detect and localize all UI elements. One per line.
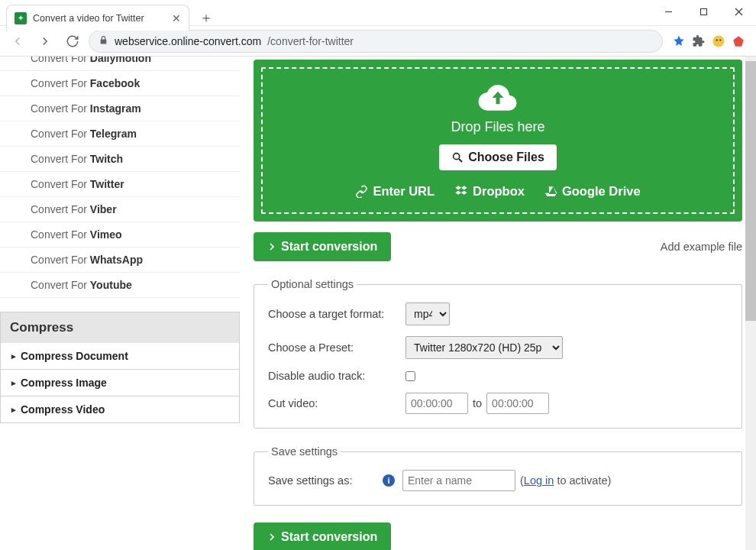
nav-back-button[interactable] xyxy=(6,30,29,53)
scrollbar-track[interactable] xyxy=(745,57,756,550)
sidebar-item-instagram[interactable]: Convert For Instagram xyxy=(0,96,240,121)
sidebar-item-vimeo[interactable]: Convert For Vimeo xyxy=(0,222,240,247)
chevron-right-icon xyxy=(267,532,276,542)
enter-url-button[interactable]: Enter URL xyxy=(355,184,435,199)
cut-video-label: Cut video: xyxy=(268,397,405,409)
favicon-icon: ✦ xyxy=(15,12,27,24)
window-close-button[interactable] xyxy=(721,0,756,23)
chevron-right-icon xyxy=(267,242,276,251)
search-icon xyxy=(451,151,464,163)
scrollbar-thumb[interactable] xyxy=(745,61,756,321)
dropbox-button[interactable]: Dropbox xyxy=(454,184,525,199)
address-bar[interactable]: webservice.online-convert.com/convert-fo… xyxy=(89,30,663,53)
chevron-right-icon: ▸ xyxy=(11,351,16,361)
dropzone[interactable]: Drop Files here Choose Files Enter URL D… xyxy=(254,60,742,222)
dropzone-text: Drop Files here xyxy=(451,119,544,135)
save-settings-fieldset: Save settings Save settings as: i (Log i… xyxy=(254,445,742,506)
optional-settings-legend: Optional settings xyxy=(268,278,357,290)
save-as-label: Save settings as: xyxy=(268,474,383,487)
extension-red-icon[interactable] xyxy=(732,34,745,48)
sidebar-compress-document[interactable]: ▸Compress Document xyxy=(0,343,240,370)
chevron-right-icon: ▸ xyxy=(11,405,16,415)
preset-label: Choose a Preset: xyxy=(268,341,405,354)
save-name-input[interactable] xyxy=(402,470,515,491)
dropbox-icon xyxy=(454,185,468,199)
sidebar-item-facebook[interactable]: Convert For Facebook xyxy=(0,71,240,96)
cut-from-input[interactable] xyxy=(405,393,468,414)
lock-icon xyxy=(99,35,108,47)
svg-point-5 xyxy=(716,39,718,40)
svg-point-6 xyxy=(719,39,721,40)
sidebar-compress-video[interactable]: ▸Compress Video xyxy=(0,396,240,423)
url-path: /convert-for-twitter xyxy=(267,35,354,47)
bookmark-star-icon[interactable] xyxy=(672,34,686,48)
link-icon xyxy=(355,185,368,198)
start-conversion-button-top[interactable]: Start conversion xyxy=(254,232,391,261)
info-icon[interactable]: i xyxy=(383,474,395,487)
new-tab-button[interactable]: ＋ xyxy=(195,7,217,28)
google-drive-icon xyxy=(544,185,557,198)
cut-to-text: to xyxy=(473,397,482,409)
disable-audio-label: Disable audio track: xyxy=(268,370,405,382)
nav-forward-button[interactable] xyxy=(34,30,57,53)
add-example-file-link[interactable]: Add example file xyxy=(661,241,742,253)
preset-select[interactable]: Twitter 1280x720 (HD) 25p xyxy=(405,336,563,359)
sidebar-item-telegram[interactable]: Convert For Telegram xyxy=(0,121,240,147)
browser-tab[interactable]: ✦ Convert a video for Twitter ✕ xyxy=(6,5,189,31)
save-settings-legend: Save settings xyxy=(268,445,341,458)
chevron-right-icon: ▸ xyxy=(11,378,16,388)
sidebar-section-title: Compress xyxy=(0,312,240,343)
cloud-upload-icon xyxy=(477,82,519,113)
url-host: webservice.online-convert.com xyxy=(115,35,261,47)
choose-files-button[interactable]: Choose Files xyxy=(439,144,557,170)
target-format-select[interactable]: mp4 xyxy=(405,302,450,325)
window-minimize-button[interactable] xyxy=(651,0,686,23)
sidebar-item-viber[interactable]: Convert For Viber xyxy=(0,197,240,222)
svg-marker-7 xyxy=(733,36,744,47)
svg-point-4 xyxy=(713,35,725,47)
sidebar: Convert For Dailymotion Convert For Face… xyxy=(0,57,240,550)
extension-fox-icon[interactable] xyxy=(712,34,725,48)
start-conversion-button-bottom[interactable]: Start conversion xyxy=(254,522,391,550)
cut-to-input[interactable] xyxy=(486,393,549,414)
google-drive-button[interactable]: Google Drive xyxy=(544,184,641,199)
sidebar-item-whatsapp[interactable]: Convert For WhatsApp xyxy=(0,247,240,273)
disable-audio-checkbox[interactable] xyxy=(405,371,415,381)
sidebar-item-twitch[interactable]: Convert For Twitch xyxy=(0,147,240,172)
extensions-icon[interactable] xyxy=(692,34,706,48)
window-maximize-button[interactable] xyxy=(686,0,721,23)
main-content: Drop Files here Choose Files Enter URL D… xyxy=(240,57,756,550)
login-link[interactable]: Log in xyxy=(524,474,554,487)
tab-close-icon[interactable]: ✕ xyxy=(172,12,181,24)
sidebar-item-youtube[interactable]: Convert For Youtube xyxy=(0,273,240,298)
sidebar-compress-image[interactable]: ▸Compress Image xyxy=(0,370,240,396)
nav-reload-button[interactable] xyxy=(61,30,84,53)
target-format-label: Choose a target format: xyxy=(268,308,405,320)
tab-title: Convert a video for Twitter xyxy=(33,13,144,24)
svg-point-8 xyxy=(454,154,460,160)
optional-settings-fieldset: Optional settings Choose a target format… xyxy=(254,278,742,429)
svg-line-9 xyxy=(459,159,462,162)
svg-rect-1 xyxy=(700,8,706,15)
sidebar-item-twitter[interactable]: Convert For Twitter xyxy=(0,172,240,197)
sidebar-item-dailymotion[interactable]: Convert For Dailymotion xyxy=(0,57,240,71)
